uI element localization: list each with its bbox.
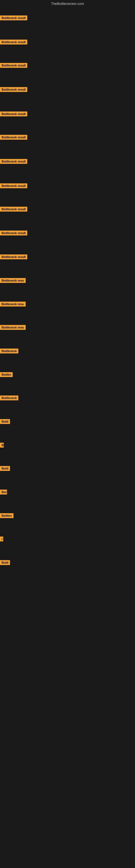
bottleneck-badge-14[interactable]: Bottleneck resu [0,325,26,331]
bottleneck-badge-10[interactable]: Bottleneck result [0,230,27,237]
bottleneck-badge-3[interactable]: Bottleneck result [0,63,27,69]
badge-label-24: Bottl [0,560,10,565]
badge-label-22: Bottlen [0,513,13,518]
badge-label-5: Bottleneck result [0,112,27,116]
bottleneck-badge-21[interactable]: Bot [0,490,7,496]
bottleneck-badge-1[interactable]: Bottleneck result [0,16,27,22]
bottleneck-badge-23[interactable]: | [0,536,3,542]
bottleneck-badge-20[interactable]: Bottl [0,466,10,472]
bottleneck-badge-12[interactable]: Bottleneck resu [0,278,26,284]
badge-label-9: Bottleneck result [0,207,27,212]
bottleneck-badge-15[interactable]: Bottleneck [0,348,18,354]
bottleneck-badge-5[interactable]: Bottleneck result [0,112,27,118]
badge-label-14: Bottleneck resu [0,325,26,330]
badge-label-12: Bottleneck resu [0,278,26,283]
bottleneck-badge-16[interactable]: Bottler [0,372,13,378]
bottleneck-badge-19[interactable]: B [0,443,4,448]
badge-label-23: | [0,536,3,541]
bottleneck-badge-6[interactable]: Bottleneck result [0,135,27,141]
bottleneck-badge-24[interactable]: Bottl [0,560,10,566]
badge-label-3: Bottleneck result [0,63,27,68]
bottleneck-badge-17[interactable]: Bottleneck [0,396,18,401]
badge-label-7: Bottleneck result [0,159,27,164]
site-title: TheBottlenecker.com [0,0,135,7]
badge-label-18: Bottl [0,419,10,424]
badge-label-10: Bottleneck result [0,230,27,236]
badge-label-15: Bottleneck [0,348,18,353]
bottleneck-badge-8[interactable]: Bottleneck result [0,183,27,189]
bottleneck-badge-7[interactable]: Bottleneck result [0,159,27,165]
badge-label-11: Bottleneck result [0,254,27,259]
badge-label-8: Bottleneck result [0,183,27,188]
badge-label-4: Bottleneck result [0,87,27,92]
badge-label-21: Bot [0,490,7,495]
bottleneck-badge-18[interactable]: Bottl [0,419,10,425]
badge-label-17: Bottleneck [0,396,18,400]
bottleneck-badge-2[interactable]: Bottleneck result [0,40,27,45]
badge-label-13: Bottleneck resu [0,302,26,307]
badge-label-20: Bottl [0,466,10,471]
bottleneck-badge-4[interactable]: Bottleneck result [0,87,27,93]
badge-label-6: Bottleneck result [0,135,27,140]
badge-label-19: B [0,443,4,447]
bottleneck-badge-22[interactable]: Bottlen [0,513,13,519]
bottleneck-badge-9[interactable]: Bottleneck result [0,207,27,213]
badge-label-16: Bottler [0,372,13,377]
badge-label-2: Bottleneck result [0,40,27,44]
bottleneck-badge-11[interactable]: Bottleneck result [0,254,27,260]
bottleneck-badge-13[interactable]: Bottleneck resu [0,302,26,308]
badge-label-1: Bottleneck result [0,16,27,20]
